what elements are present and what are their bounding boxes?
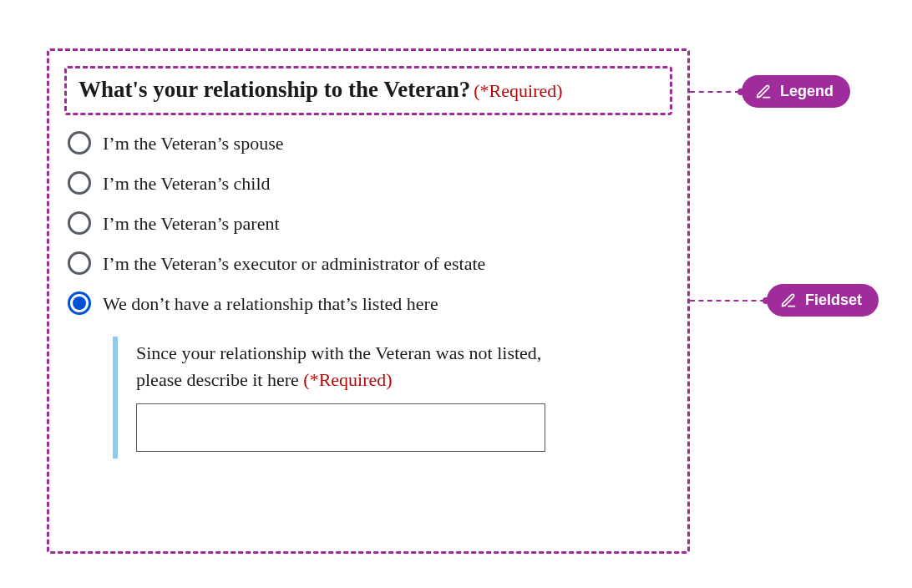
legend-required: (*Required) — [474, 80, 562, 101]
radio-icon — [68, 131, 91, 155]
radio-option-spouse[interactable]: I’m the Veteran’s spouse — [68, 130, 671, 157]
legend-annotation-outline: What's your relationship to the Veteran?… — [64, 66, 672, 115]
edit-icon — [755, 84, 772, 100]
connector-line — [690, 300, 765, 302]
radio-label: I’m the Veteran’s spouse — [103, 130, 284, 157]
radio-label: I’m the Veteran’s parent — [103, 210, 280, 237]
legend-question: What's your relationship to the Veteran? — [79, 77, 470, 102]
callout-fieldset-label: Fieldset — [805, 291, 862, 309]
callout-fieldset[interactable]: Fieldset — [767, 284, 879, 317]
fieldset-annotation-outline: What's your relationship to the Veteran?… — [47, 48, 690, 554]
edit-icon — [780, 292, 797, 309]
radio-icon — [68, 291, 91, 315]
connector-line — [690, 91, 740, 93]
conditional-required: (*Required) — [303, 369, 392, 390]
radio-label: I’m the Veteran’s child — [103, 170, 271, 197]
radio-option-parent[interactable]: I’m the Veteran’s parent — [68, 210, 671, 237]
conditional-describe-block: Since your relationship with the Veteran… — [113, 337, 580, 459]
radio-label: I’m the Veteran’s executor or administra… — [103, 251, 485, 277]
radio-label: We don’t have a relationship that’s list… — [103, 291, 438, 317]
radio-option-executor[interactable]: I’m the Veteran’s executor or administra… — [68, 251, 671, 277]
callout-legend-label: Legend — [780, 83, 833, 100]
callout-legend[interactable]: Legend — [742, 75, 850, 108]
relationship-description-input[interactable] — [136, 403, 545, 452]
radio-group: I’m the Veteran’s spouse I’m the Veteran… — [64, 130, 672, 459]
radio-icon — [68, 251, 91, 275]
radio-option-other[interactable]: We don’t have a relationship that’s list… — [68, 291, 671, 317]
radio-icon — [68, 211, 91, 235]
radio-option-child[interactable]: I’m the Veteran’s child — [68, 170, 671, 197]
radio-icon — [68, 171, 91, 195]
conditional-label: Since your relationship with the Veteran… — [136, 340, 580, 393]
